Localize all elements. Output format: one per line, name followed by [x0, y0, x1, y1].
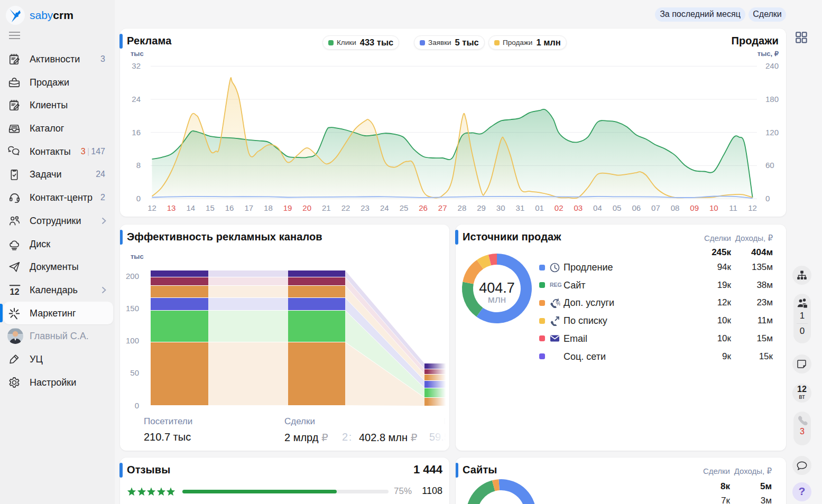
svg-text:180: 180	[765, 95, 779, 104]
svg-text:13: 13	[167, 203, 176, 212]
svg-text:8: 8	[136, 161, 141, 170]
svg-text:03: 03	[574, 203, 583, 212]
svg-text:REG: REG	[550, 282, 562, 288]
svg-text:24: 24	[132, 95, 141, 104]
svg-text:29: 29	[477, 203, 486, 212]
svg-text:16: 16	[225, 203, 234, 212]
svg-text:200: 200	[126, 272, 139, 281]
svg-text:08: 08	[671, 203, 680, 212]
svg-text:0: 0	[135, 401, 139, 410]
svg-text:25: 25	[400, 203, 409, 212]
svg-text:%: %	[556, 300, 561, 306]
svg-text:28: 28	[458, 203, 467, 212]
svg-text:09: 09	[690, 203, 699, 212]
svg-text:05: 05	[613, 203, 622, 212]
svg-text:02: 02	[555, 203, 564, 212]
svg-text:100: 100	[126, 336, 139, 345]
svg-text:17: 17	[244, 203, 253, 212]
svg-text:26: 26	[419, 203, 428, 212]
svg-text:07: 07	[651, 203, 660, 212]
svg-text:31: 31	[516, 203, 525, 212]
svg-text:12: 12	[147, 203, 156, 212]
svg-text:11: 11	[729, 203, 737, 212]
svg-text:60: 60	[765, 161, 774, 170]
svg-text:18: 18	[264, 203, 273, 212]
svg-text:150: 150	[126, 304, 139, 313]
svg-text:240: 240	[765, 61, 779, 70]
svg-text:24: 24	[380, 203, 389, 212]
svg-text:32: 32	[132, 61, 141, 70]
svg-text:12: 12	[748, 203, 757, 212]
svg-text:12: 12	[10, 287, 19, 296]
svg-text:23: 23	[361, 203, 370, 212]
svg-text:16: 16	[132, 128, 141, 137]
svg-text:14: 14	[186, 203, 195, 212]
svg-text:15: 15	[206, 203, 215, 212]
svg-text:10: 10	[709, 203, 718, 212]
svg-text:01: 01	[535, 203, 544, 212]
svg-text:21: 21	[322, 203, 331, 212]
svg-text:120: 120	[765, 128, 779, 137]
svg-text:19: 19	[283, 203, 292, 212]
svg-text:50: 50	[130, 368, 139, 377]
svg-text:22: 22	[341, 203, 350, 212]
svg-text:06: 06	[632, 203, 641, 212]
svg-text:04: 04	[593, 203, 602, 212]
svg-text:0: 0	[765, 194, 770, 203]
svg-text:20: 20	[302, 203, 311, 212]
svg-text:27: 27	[438, 203, 447, 212]
svg-text:30: 30	[496, 203, 505, 212]
svg-text:0: 0	[136, 194, 141, 203]
